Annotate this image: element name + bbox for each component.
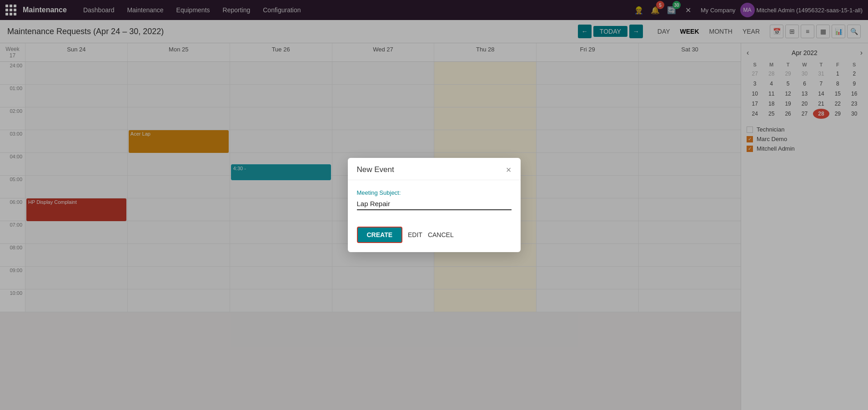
modal-title: New Event bbox=[357, 165, 394, 174]
cancel-button[interactable]: CANCEL bbox=[428, 231, 454, 238]
meeting-subject-input[interactable] bbox=[357, 198, 512, 210]
modal-header: New Event × bbox=[348, 158, 521, 180]
modal-actions: CREATE EDIT CANCEL bbox=[348, 219, 521, 252]
edit-button[interactable]: EDIT bbox=[408, 231, 422, 238]
modal-overlay[interactable]: New Event × Meeting Subject: CREATE EDIT… bbox=[0, 0, 868, 410]
modal-close-button[interactable]: × bbox=[506, 165, 512, 174]
new-event-modal: New Event × Meeting Subject: CREATE EDIT… bbox=[348, 158, 521, 252]
meeting-subject-label: Meeting Subject: bbox=[357, 189, 512, 196]
modal-body: Meeting Subject: bbox=[348, 180, 521, 219]
create-button[interactable]: CREATE bbox=[357, 227, 403, 243]
